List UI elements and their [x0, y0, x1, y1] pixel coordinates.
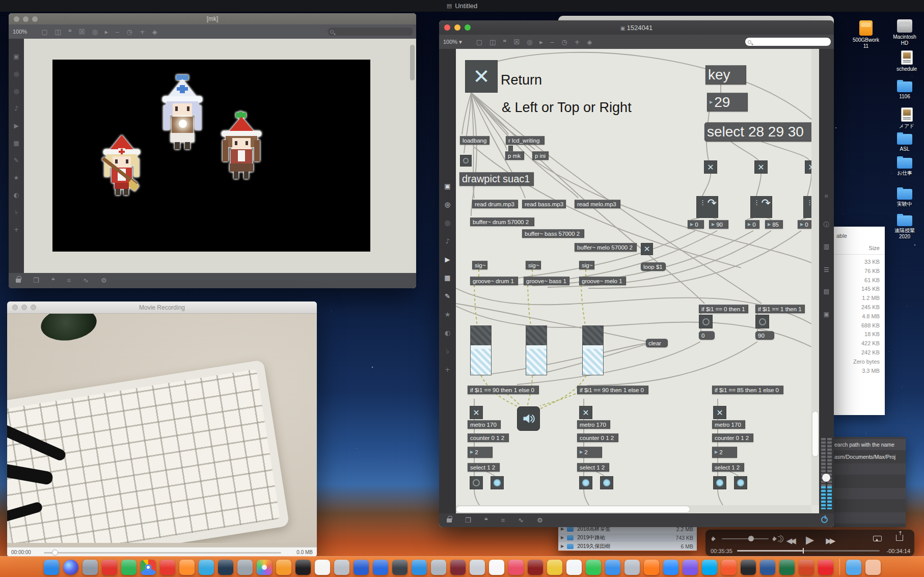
- dock-icon-vlc[interactable]: [644, 560, 659, 575]
- dock-icon-app-purple[interactable]: [683, 560, 698, 575]
- obj-metro-170[interactable]: metro 170: [468, 420, 501, 429]
- add-icon[interactable]: +: [445, 366, 450, 373]
- airplay-icon[interactable]: [873, 536, 882, 541]
- ezdac-speaker[interactable]: [517, 406, 540, 431]
- bang-object[interactable]: [470, 476, 483, 489]
- doc-icon[interactable]: [901, 50, 913, 65]
- obj-if-i1-0-then-1[interactable]: if $i1 == 0 then 1: [699, 305, 748, 313]
- obj-read-bass-mp3[interactable]: read bass.mp3: [522, 200, 566, 208]
- doc-icon[interactable]: [901, 107, 913, 122]
- desktop-icon-schedule[interactable]: schedule: [888, 50, 924, 72]
- desktop-icon-メアド[interactable]: メアド: [888, 107, 924, 129]
- max-titlebar[interactable]: ▣ 1524041: [439, 20, 834, 35]
- dock-icon-app-gray[interactable]: [431, 560, 446, 575]
- obj-if-i1-90-then-1-else-0[interactable]: if $i1 == 90 then 1 else 0: [468, 386, 539, 394]
- pencil-icon[interactable]: ✎: [14, 157, 19, 164]
- dock-icon-music[interactable]: [508, 560, 524, 575]
- meter-object[interactable]: [526, 325, 547, 375]
- pencil-icon[interactable]: ✎: [445, 292, 450, 300]
- comment-icon[interactable]: ❝: [503, 38, 506, 46]
- clock-icon[interactable]: ◷: [127, 28, 132, 36]
- cords-icon[interactable]: ∿: [83, 277, 89, 285]
- progress-bar[interactable]: [737, 550, 880, 552]
- obj-r-lcd-writing[interactable]: r lcd_writing: [506, 136, 545, 145]
- file-row[interactable]: ▶2019中路祐743 KB: [558, 533, 697, 542]
- close-button[interactable]: [444, 24, 450, 31]
- dock-icon-launchpad[interactable]: [83, 560, 98, 575]
- dock-icon-acrobat[interactable]: [818, 560, 833, 575]
- vertical-scrollbar-thumb[interactable]: [812, 411, 818, 456]
- gswitch-object[interactable]: ⋮↷: [750, 196, 772, 218]
- obj-buffer-drum-57000-2[interactable]: buffer~ drum 57000 2: [470, 217, 534, 226]
- dock-icon-app-orange[interactable]: [276, 560, 291, 575]
- dock-icon-downloads-folder[interactable]: [846, 560, 861, 575]
- desktop-icon-遠隔授業-2020[interactable]: 遠隔授業 2020: [886, 215, 923, 240]
- dock-icon-steam[interactable]: [218, 560, 233, 575]
- drive-orange-icon[interactable]: [859, 20, 873, 36]
- comment-icon[interactable]: ❝: [68, 28, 72, 36]
- object-icon[interactable]: ◎: [14, 88, 19, 95]
- dock-icon-app-yellow[interactable]: [547, 560, 562, 575]
- vertical-scrollbar[interactable]: [811, 49, 819, 505]
- bang-object[interactable]: [755, 315, 769, 328]
- comment-left-or-top-or-right[interactable]: & Left or Top or Right: [502, 100, 632, 116]
- grid-icon[interactable]: ⌗: [501, 516, 505, 525]
- obj-key[interactable]: key: [705, 65, 746, 85]
- dock-icon-opera[interactable]: [160, 560, 175, 575]
- toggle-object[interactable]: ✕: [713, 406, 726, 419]
- video-icon[interactable]: ▶: [445, 256, 450, 263]
- share-icon[interactable]: [896, 535, 903, 541]
- obj-sig[interactable]: sig~: [472, 261, 487, 269]
- folder-icon[interactable]: [897, 189, 912, 200]
- disclosure-triangle-icon[interactable]: ▶: [561, 535, 564, 540]
- presentation-icon[interactable]: ◫: [490, 38, 496, 46]
- dock-icon-puredata[interactable]: [315, 560, 330, 575]
- search-input[interactable]: [745, 38, 831, 46]
- desktop-icon-ASL[interactable]: ASL: [886, 134, 923, 152]
- obj-drawpict-suac1[interactable]: drawpict suac1: [459, 172, 534, 186]
- main-stop-toggle[interactable]: ✕: [465, 60, 498, 93]
- layers-icon[interactable]: ❐: [465, 516, 471, 525]
- obj-counter-0-1-2[interactable]: counter 0 1 2: [577, 433, 618, 442]
- obj-read-drum-mp3[interactable]: read drum.mp3: [472, 200, 518, 208]
- folder-icon[interactable]: [897, 215, 912, 226]
- toggle-object[interactable]: ✕: [470, 406, 483, 419]
- inspector-icon[interactable]: ⓘ: [819, 221, 834, 229]
- obj-select-1-2[interactable]: select 1 2: [712, 463, 744, 472]
- image-icon[interactable]: ▦: [13, 140, 19, 147]
- dock-icon-firefox[interactable]: [179, 560, 195, 575]
- obj-counter-0-1-2[interactable]: counter 0 1 2: [712, 433, 753, 442]
- object-icon[interactable]: ◎: [527, 38, 532, 46]
- playbar-icon[interactable]: ▸: [105, 28, 108, 36]
- number-2[interactable]: ▶2: [468, 447, 493, 458]
- target-icon[interactable]: ◎: [445, 201, 450, 208]
- desktop-icon-実験中[interactable]: 実験中: [886, 189, 923, 207]
- obj-buffer-bass-57000-2[interactable]: buffer~ bass 57000 2: [522, 229, 584, 238]
- audio-icon[interactable]: ♪: [14, 105, 18, 112]
- window-icon[interactable]: ▢: [476, 38, 482, 46]
- obj-if-i1-90-then-1-else-0[interactable]: if $i1 == 90 then 1 else 0: [577, 386, 648, 394]
- zoom-button[interactable]: [465, 24, 471, 31]
- dock-icon-zoom[interactable]: [663, 560, 678, 575]
- obj-metro-170[interactable]: metro 170: [577, 420, 610, 429]
- msg-0[interactable]: 0: [699, 331, 715, 340]
- dock-icon-telegram[interactable]: [199, 560, 214, 575]
- toggle-object[interactable]: ✕: [754, 160, 768, 174]
- folder-icon[interactable]: [897, 81, 912, 92]
- snapshot-icon[interactable]: ▣: [819, 311, 834, 318]
- toggle-icon[interactable]: ☒: [513, 38, 520, 46]
- lock-icon[interactable]: [447, 518, 452, 523]
- toggle-object[interactable]: ✕: [641, 243, 653, 255]
- drive-gray-icon[interactable]: [897, 19, 912, 33]
- wrench-icon[interactable]: ⚙: [101, 277, 107, 285]
- obj-if-i1-85-then-1-else-0[interactable]: if $i1 == 85 then 1 else 0: [712, 386, 783, 394]
- mk-vertical-scrollbar[interactable]: [410, 45, 415, 80]
- playbar-icon[interactable]: ▸: [539, 38, 543, 46]
- desktop-icon-1106[interactable]: 1106: [886, 81, 923, 100]
- mk-patcher-canvas[interactable]: [24, 39, 410, 273]
- object-icon[interactable]: ◎: [92, 28, 97, 36]
- obj-metro-170[interactable]: metro 170: [712, 420, 745, 429]
- dock-icon-facetime-cam[interactable]: [566, 560, 582, 575]
- star-icon[interactable]: ★: [445, 311, 451, 318]
- dock-icon-skype[interactable]: [702, 560, 717, 575]
